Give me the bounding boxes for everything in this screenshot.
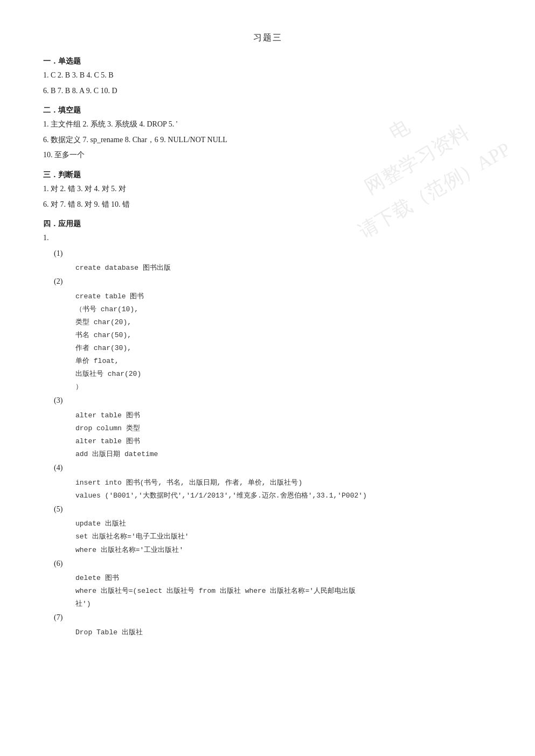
section3-title: 三．判断题 — [43, 170, 492, 180]
section3-row2: 6. 对 7. 错 8. 对 9. 错 10. 错 — [43, 198, 492, 212]
part2-line5: 作者 char(30), — [75, 342, 492, 355]
part2-line3: 类型 char(20), — [75, 316, 492, 329]
part1-label: (1) — [43, 247, 492, 261]
part2-label: (2) — [43, 275, 492, 289]
part7-code: Drop Table 出版社 — [43, 626, 492, 639]
part1-line1: create database 图书出版 — [75, 262, 492, 275]
part5-line2: set 出版社名称='电子工业出版社' — [75, 530, 492, 543]
part1-code: create database 图书出版 — [43, 262, 492, 275]
part5-label: (5) — [43, 502, 492, 517]
part2-line7: 出版社号 char(20) — [75, 368, 492, 381]
section2-row3: 10. 至多一个 — [43, 148, 492, 163]
part3-line4: add 出版日期 datetime — [75, 448, 492, 461]
part6-line2: where 出版社号=(select 出版社号 from 出版社 where 出… — [75, 585, 492, 598]
part4-code: insert into 图书(书号, 书名, 出版日期, 作者, 单价, 出版社… — [43, 477, 492, 502]
section2-row2: 6. 数据定义 7. sp_rename 8. Char，6 9. NULL/N… — [43, 133, 492, 148]
part6-code: delete 图书 where 出版社号=(select 出版社号 from 出… — [43, 572, 492, 611]
section4-title: 四．应用题 — [43, 219, 492, 229]
page-title: 习题三 — [43, 32, 492, 44]
part6-line1: delete 图书 — [75, 572, 492, 585]
part4-label: (4) — [43, 461, 492, 475]
part2-line6: 单价 float, — [75, 355, 492, 368]
part7-line1: Drop Table 出版社 — [75, 626, 492, 639]
part6-line3: 社') — [75, 598, 492, 611]
part7-label: (7) — [43, 611, 492, 625]
part2-line4: 书名 char(50), — [75, 329, 492, 342]
section3-row1: 1. 对 2. 错 3. 对 4. 对 5. 对 — [43, 182, 492, 197]
section2-title: 二．填空题 — [43, 106, 492, 115]
part3-code: alter table 图书 drop column 类型 alter tabl… — [43, 409, 492, 461]
part4-line2: values ('B001','大数据时代','1/1/2013','维克多.迈… — [75, 489, 492, 502]
section2-row1: 1. 主文件组 2. 系统 3. 系统级 4. DROP 5. ' — [43, 117, 492, 132]
section1-title: 一．单选题 — [43, 57, 492, 66]
part5-line1: update 出版社 — [75, 517, 492, 530]
part3-line2: drop column 类型 — [75, 422, 492, 435]
part2-code: create table 图书 （书号 char(10), 类型 char(20… — [43, 290, 492, 394]
part4-line1: insert into 图书(书号, 书名, 出版日期, 作者, 单价, 出版社… — [75, 477, 492, 489]
part2-line8: ） — [75, 381, 492, 394]
section1-row2: 6. B 7. B 8. A 9. C 10. D — [43, 84, 492, 99]
part3-line1: alter table 图书 — [75, 409, 492, 422]
part6-label: (6) — [43, 557, 492, 571]
part3-label: (3) — [43, 394, 492, 408]
part5-code: update 出版社 set 出版社名称='电子工业出版社' where 出版社… — [43, 517, 492, 556]
section1-row1: 1. C 2. B 3. B 4. C 5. B — [43, 68, 492, 83]
part5-line3: where 出版社名称='工业出版社' — [75, 544, 492, 557]
part2-line2: （书号 char(10), — [75, 303, 492, 316]
part2-line1: create table 图书 — [75, 290, 492, 303]
question1-num: 1. — [43, 231, 492, 246]
part3-line3: alter table 图书 — [75, 435, 492, 448]
